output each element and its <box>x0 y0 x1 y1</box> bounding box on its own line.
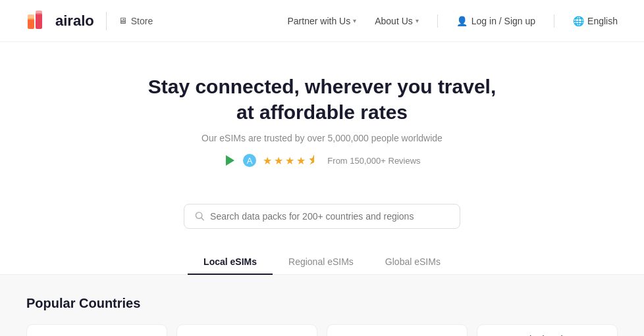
star-5-half: ⯨ <box>308 155 318 166</box>
tab-regional-label: Regional eSIMs <box>288 256 354 267</box>
country-card-turkey[interactable]: 🇹🇷 Turkey ▾ <box>176 324 317 337</box>
login-button[interactable]: 👤 Log in / Sign up <box>456 16 535 26</box>
login-label: Log in / Sign up <box>471 16 535 26</box>
popular-title: Popular Countries <box>26 296 618 311</box>
partner-chevron-icon: ▾ <box>353 17 356 24</box>
popular-countries-section: Popular Countries 🇹🇭 Thailand ▾ 🇹🇷 Turke… <box>0 275 644 337</box>
logo-icon <box>26 9 50 33</box>
tabs-wrapper: Local eSIMs Regional eSIMs Global eSIMs <box>0 250 644 275</box>
svg-rect-2 <box>36 13 42 29</box>
about-us-nav[interactable]: About Us ▾ <box>375 16 419 26</box>
svg-rect-3 <box>36 11 42 14</box>
partner-label: Partner with Us <box>287 16 350 26</box>
about-label: About Us <box>375 16 413 26</box>
tab-global-label: Global eSIMs <box>385 256 441 267</box>
country-name-uae: United Arab Emirates <box>518 334 603 337</box>
header: airalo 🖥 Store Partner with Us ▾ About U… <box>0 0 644 42</box>
search-box <box>184 204 460 229</box>
google-play-badge[interactable] <box>223 154 236 167</box>
country-card-uae[interactable]: 🇦🇪 United Arab Emirates ▾ <box>477 324 618 337</box>
hero-title: Stay connected, wherever you travel, at … <box>13 74 631 125</box>
nav-divider-1 <box>437 14 438 28</box>
svg-text:A: A <box>247 156 253 166</box>
apple-icon: A <box>243 154 256 167</box>
hero-title-line2: at affordable rates <box>236 101 408 123</box>
tab-local-label: Local eSIMs <box>203 256 257 267</box>
user-icon: 👤 <box>456 16 468 26</box>
header-nav: Partner with Us ▾ About Us ▾ 👤 Log in / … <box>287 14 618 28</box>
star-2: ★ <box>274 155 283 167</box>
language-label: English <box>587 16 618 26</box>
search-input[interactable] <box>210 211 449 222</box>
header-divider <box>106 12 107 30</box>
svg-rect-1 <box>28 14 34 20</box>
search-wrapper <box>0 204 644 250</box>
star-rating: ★ ★ ★ ★ ⯨ <box>263 155 318 167</box>
nav-divider-2 <box>554 14 554 28</box>
about-chevron-icon: ▾ <box>416 17 419 24</box>
svg-rect-0 <box>28 18 34 29</box>
language-selector[interactable]: 🌐 English <box>573 16 618 26</box>
search-icon <box>195 211 205 222</box>
app-badges: A ★ ★ ★ ★ ⯨ From 150,000+ Reviews <box>13 154 631 167</box>
star-1: ★ <box>263 155 272 167</box>
hero-section: Stay connected, wherever you travel, at … <box>0 42 644 204</box>
logo-text: airalo <box>55 12 94 30</box>
star-3: ★ <box>285 155 294 167</box>
svg-line-7 <box>201 218 203 220</box>
app-store-badge[interactable]: A <box>243 154 256 167</box>
hero-subtitle: Our eSIMs are trusted by over 5,000,000 … <box>13 133 631 143</box>
country-left-uae: 🇦🇪 United Arab Emirates <box>488 334 603 337</box>
hero-title-line1: Stay connected, wherever you travel, <box>148 76 496 97</box>
store-link[interactable]: 🖥 Store <box>119 16 153 26</box>
globe-icon: 🌐 <box>573 16 584 26</box>
google-play-icon <box>226 155 234 166</box>
partner-with-us-nav[interactable]: Partner with Us ▾ <box>287 16 356 26</box>
store-icon: 🖥 <box>119 16 127 26</box>
logo[interactable]: airalo <box>26 9 94 33</box>
country-card-kazakhstan[interactable]: 🇰🇿 Kazakhstan ▾ <box>327 324 468 337</box>
tab-regional-esims[interactable]: Regional eSIMs <box>273 250 369 275</box>
countries-grid: 🇹🇭 Thailand ▾ 🇹🇷 Turkey ▾ 🇰🇿 Kazakhstan … <box>26 324 618 337</box>
tab-local-esims[interactable]: Local eSIMs <box>188 250 273 275</box>
tab-global-esims[interactable]: Global eSIMs <box>369 250 456 275</box>
star-4: ★ <box>296 155 306 167</box>
store-label: Store <box>131 16 153 26</box>
reviews-count: From 150,000+ Reviews <box>327 156 420 166</box>
country-card-thailand[interactable]: 🇹🇭 Thailand ▾ <box>26 324 167 337</box>
